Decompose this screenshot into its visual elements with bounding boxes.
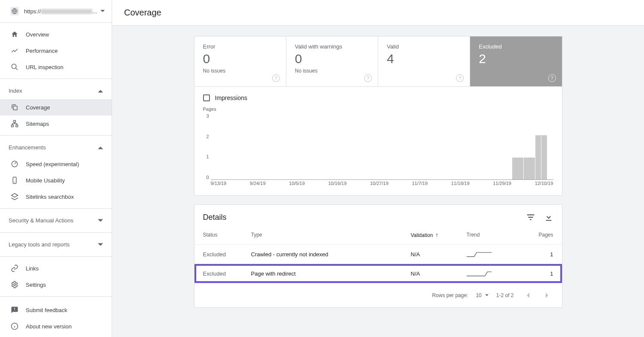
col-status[interactable]: Status <box>203 232 251 238</box>
rows-per-page-label: Rows per page: <box>432 292 468 298</box>
sidebar-item-settings[interactable]: Settings <box>0 276 112 293</box>
globe-icon <box>10 7 19 15</box>
impressions-checkbox[interactable] <box>203 94 210 101</box>
sidebar: https://... Overview Performance URL ins… <box>0 0 112 337</box>
section-header-enhancements[interactable]: Enhancements <box>0 139 112 156</box>
help-icon[interactable]: ? <box>364 74 372 82</box>
layers-icon <box>10 192 19 201</box>
details-card: Details Status Type Validation↑ Trend Pa… <box>194 204 562 308</box>
sitemap-icon <box>10 119 19 128</box>
sort-up-icon: ↑ <box>435 231 438 238</box>
sidebar-item-label: Links <box>26 265 39 272</box>
chevron-down-icon <box>98 242 103 247</box>
sidebar-item-sitemaps[interactable]: Sitemaps <box>0 115 112 132</box>
chevron-up-icon <box>98 145 103 150</box>
section-header-security[interactable]: Security & Manual Actions <box>0 212 112 229</box>
sidebar-item-label: Sitelinks searchbox <box>26 194 74 200</box>
chart-bar <box>524 158 529 179</box>
status-card-valid-warnings[interactable]: Valid with warnings 0 No issues ? <box>286 36 378 87</box>
status-card-valid[interactable]: Valid 4 ? <box>378 36 470 87</box>
sidebar-item-feedback[interactable]: Submit feedback <box>0 302 112 318</box>
chevron-down-icon <box>100 9 105 13</box>
card-count: 2 <box>479 52 553 66</box>
svg-point-8 <box>14 284 16 286</box>
card-count: 4 <box>387 52 461 66</box>
chart-plot <box>211 113 553 180</box>
sidebar-item-sitelinks[interactable]: Sitelinks searchbox <box>0 188 112 205</box>
details-table: Status Type Validation↑ Trend Pages Excl… <box>194 225 562 283</box>
sidebar-item-speed[interactable]: Speed (experimental) <box>0 156 112 172</box>
chevron-down-icon <box>98 218 103 223</box>
status-card-error[interactable]: Error 0 No issues ? <box>194 36 286 87</box>
trend-icon <box>10 46 19 55</box>
col-type[interactable]: Type <box>251 232 411 238</box>
chevron-up-icon <box>98 88 103 94</box>
table-pager: Rows per page: 10 1-2 of 2 <box>194 283 562 307</box>
phone-icon <box>10 176 19 185</box>
table-header-row: Status Type Validation↑ Trend Pages <box>194 225 562 245</box>
card-label: Valid with warnings <box>295 43 369 50</box>
feedback-icon <box>10 306 19 314</box>
card-label: Excluded <box>479 43 553 50</box>
page-header: Coverage <box>112 0 644 26</box>
card-sub: No issues <box>203 68 277 74</box>
gear-icon <box>10 280 19 289</box>
col-validation[interactable]: Validation↑ <box>411 231 467 238</box>
help-icon[interactable]: ? <box>456 74 464 82</box>
table-row[interactable]: Excluded Page with redirect N/A 1 <box>194 264 562 283</box>
chart-card: Impressions Pages 3 2 1 0 9/13/19 9/24/1… <box>194 87 562 196</box>
card-count: 0 <box>203 52 277 66</box>
download-icon[interactable] <box>544 213 553 222</box>
sidebar-item-label: Mobile Usability <box>26 177 65 184</box>
chart-y-title: Pages <box>203 106 553 112</box>
sidebar-item-about[interactable]: About new version <box>0 318 112 334</box>
trend-sparkline <box>467 251 527 258</box>
chart-x-axis: 9/13/19 9/24/19 10/5/19 10/16/19 10/27/1… <box>211 181 553 188</box>
svg-point-1 <box>12 64 16 69</box>
svg-rect-3 <box>14 121 16 123</box>
status-card-row: Error 0 No issues ? Valid with warnings … <box>194 36 562 87</box>
property-selector[interactable]: https://... <box>0 0 112 23</box>
pager-next-button[interactable] <box>541 289 553 301</box>
pager-prev-button[interactable] <box>522 289 534 301</box>
sidebar-item-performance[interactable]: Performance <box>0 43 112 59</box>
card-sub: No issues <box>295 68 369 74</box>
chart-area: 3 2 1 0 9/13/19 9/24/19 10/5/19 10/16/19… <box>203 113 553 188</box>
table-row[interactable]: Excluded Crawled - currently not indexed… <box>194 245 562 264</box>
sidebar-item-label: Sitemaps <box>26 121 49 127</box>
search-icon <box>10 63 19 71</box>
chart-bar <box>541 135 547 179</box>
trend-sparkline <box>467 270 527 277</box>
svg-rect-4 <box>12 125 14 127</box>
gauge-icon <box>10 160 19 168</box>
sidebar-item-links[interactable]: Links <box>0 260 112 276</box>
card-label: Valid <box>387 43 461 50</box>
sidebar-item-label: Coverage <box>26 104 50 111</box>
details-title: Details <box>203 213 227 222</box>
svg-rect-2 <box>13 106 17 110</box>
rows-per-page-select[interactable]: 10 <box>476 292 488 298</box>
home-icon <box>10 30 19 39</box>
section-header-index[interactable]: Index <box>0 82 112 99</box>
sidebar-item-url-inspection[interactable]: URL inspection <box>0 59 112 75</box>
pager-range: 1-2 of 2 <box>496 292 514 298</box>
section-header-legacy[interactable]: Legacy tools and reports <box>0 236 112 253</box>
sidebar-item-label: Performance <box>26 48 58 54</box>
card-label: Error <box>203 43 277 50</box>
sidebar-item-mobile-usability[interactable]: Mobile Usability <box>0 172 112 188</box>
chart-y-axis: 3 2 1 0 <box>203 113 209 180</box>
filter-icon[interactable] <box>526 213 535 222</box>
impressions-label: Impressions <box>215 94 247 101</box>
page-title: Coverage <box>124 8 161 18</box>
status-card-excluded[interactable]: Excluded 2 ? <box>470 36 562 87</box>
help-icon[interactable]: ? <box>272 74 280 82</box>
sidebar-item-coverage[interactable]: Coverage <box>0 99 112 115</box>
col-trend[interactable]: Trend <box>467 232 527 238</box>
help-icon[interactable]: ? <box>548 74 556 82</box>
copy-icon <box>10 103 19 112</box>
chart-bar <box>518 158 523 179</box>
main-content: Error 0 No issues ? Valid with warnings … <box>112 26 644 337</box>
sidebar-item-label: Overview <box>26 31 49 38</box>
sidebar-item-overview[interactable]: Overview <box>0 26 112 43</box>
col-pages[interactable]: Pages <box>527 232 553 238</box>
